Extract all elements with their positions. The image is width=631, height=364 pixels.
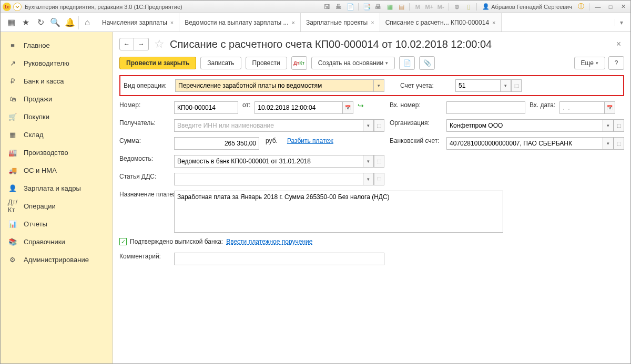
bank-account-dropdown-button[interactable]: ▾ [603,137,614,150]
maximize-button[interactable]: □ [605,3,616,11]
sidebar-item-label: ОС и НМА [24,167,57,174]
split-payment-link[interactable]: Разбить платеж [287,137,333,144]
post-button[interactable]: Провести [246,57,287,69]
sidebar-item-11[interactable]: 📚Справочники [1,233,113,251]
history-icon[interactable]: ↻ [33,15,48,30]
schedule-icon[interactable]: ▤ [396,2,406,12]
bank-account-label: Банковский счет: [390,137,442,144]
statement-dropdown-button[interactable]: ▾ [363,155,374,168]
dds-dropdown-button[interactable]: ▾ [363,173,374,185]
create-basis-button[interactable]: Создать на основании▾ [311,57,395,69]
operation-type-input[interactable] [175,79,374,92]
statement-open-button[interactable]: ⬚ [374,155,384,168]
compare-icon[interactable]: 📑 [362,2,371,12]
sidebar-item-7[interactable]: 🚚ОС и НМА [1,161,113,179]
confirmed-label: Подтверждено выпиской банка: [130,238,223,245]
m-button[interactable]: M [413,2,422,12]
home-icon[interactable]: ⌂ [80,15,95,30]
purpose-textarea[interactable] [174,191,503,233]
nav-back-button[interactable]: ← [119,38,134,50]
sidebar-item-label: Производство [24,149,68,157]
calendar-icon[interactable]: ▦ [385,2,394,12]
doc-icon[interactable]: 📄 [345,2,355,12]
user-label[interactable]: 👤Абрамов Геннадий Сергеевич [480,3,574,10]
incoming-number-input[interactable] [446,101,525,114]
organization-open-button[interactable]: ⬚ [614,119,624,132]
incoming-date-picker-button[interactable]: 📅 [605,101,615,114]
tab-label: Ведомости на выплату зарплаты ... [185,19,288,26]
close-button[interactable]: ✕ [618,3,628,11]
tab-3[interactable]: Списание с расчетн... КП00-000014× [380,13,502,32]
recipient-input[interactable] [174,119,363,132]
incoming-date-label: Вх. дата: [530,101,555,109]
number-input[interactable] [174,101,238,114]
zoom-icon[interactable]: ⊕ [452,2,462,12]
organization-input[interactable] [446,119,603,132]
bank-account-open-button[interactable]: ⬚ [614,137,624,150]
write-button[interactable]: Записать [200,57,241,69]
help-button[interactable]: ? [608,56,624,70]
sidebar: ≡Главное↗Руководителю₽Банк и касса🛍Прода… [1,32,113,363]
date-picker-button[interactable]: 📅 [343,101,353,114]
tabs-overflow-button[interactable]: ▾ [615,19,627,26]
sidebar-item-12[interactable]: ⚙Администрирование [1,251,113,268]
sidebar-item-10[interactable]: 📊Отчеты [1,215,113,233]
sidebar-item-0[interactable]: ≡Главное [1,36,113,54]
enter-payment-order-link[interactable]: Ввести платежное поручение [226,238,312,245]
sum-input[interactable] [174,137,259,150]
sidebar-item-4[interactable]: 🛒Покупки [1,108,113,126]
sidebar-item-8[interactable]: 👤Зарплата и кадры [1,179,113,197]
tab-close-icon[interactable]: × [492,19,495,26]
report-icon-button[interactable]: 📄 [399,56,415,70]
operation-type-dropdown-button[interactable]: ▾ [374,79,384,92]
apps-icon[interactable]: ▦ [4,15,18,30]
organization-dropdown-button[interactable]: ▾ [603,119,614,132]
tab-close-icon[interactable]: × [291,19,294,26]
tab-0[interactable]: Начисления зарплаты× [97,13,179,32]
sidebar-item-5[interactable]: ▦Склад [1,126,113,143]
incoming-date-input[interactable] [559,101,605,114]
recipient-dropdown-button[interactable]: ▾ [363,119,374,132]
date-input[interactable] [255,101,343,114]
confirmed-checkbox[interactable]: ✓ [119,238,127,245]
nav-forward-button[interactable]: → [134,38,149,50]
main-menu-button[interactable] [13,3,22,11]
comment-input[interactable] [174,253,384,265]
sidebar-item-2[interactable]: ₽Банк и касса [1,72,113,90]
notifications-icon[interactable]: 🔔 [63,15,77,30]
sidebar-icon: 🛍 [8,94,17,103]
panel-icon[interactable]: ▯ [464,2,473,12]
tab-1[interactable]: Ведомости на выплату зарплаты ...× [179,13,301,32]
favorites-icon[interactable]: ★ [18,15,33,30]
account-dropdown-button[interactable]: ▾ [501,79,511,92]
sidebar-item-1[interactable]: ↗Руководителю [1,54,113,72]
bank-account-input[interactable] [446,137,603,150]
more-button[interactable]: Еще▾ [574,57,605,69]
titlebar-icon[interactable]: 🖫 [322,2,332,12]
recipient-open-button[interactable]: ⬚ [374,119,384,132]
favorite-star-icon[interactable]: ☆ [154,37,165,51]
mplus-button[interactable]: M+ [424,2,434,12]
tab-close-icon[interactable]: × [170,19,174,26]
tab-2[interactable]: Зарплатные проекты× [301,13,380,32]
sidebar-icon: 🛒 [8,112,17,121]
movements-icon-button[interactable]: ДтКт [291,56,307,70]
tab-close-icon[interactable]: × [371,19,374,26]
sidebar-item-6[interactable]: 🏭Производство [1,143,113,161]
dds-open-button[interactable]: ⬚ [374,173,384,185]
post-and-close-button[interactable]: Провести и закрыть [119,57,196,69]
dds-input[interactable] [174,173,363,185]
attach-icon-button[interactable]: 📎 [419,56,435,70]
mminus-button[interactable]: M- [436,2,445,12]
statement-input[interactable] [174,155,363,168]
print2-icon[interactable]: 🖶 [373,2,383,12]
sidebar-item-9[interactable]: Дт/КтОперации [1,197,113,215]
info-icon[interactable]: ⓘ [576,2,586,12]
search-icon[interactable]: 🔍 [48,15,63,30]
account-open-button[interactable]: ⬚ [511,79,522,92]
close-document-button[interactable]: × [613,39,624,49]
account-input[interactable] [455,79,501,92]
sidebar-item-3[interactable]: 🛍Продажи [1,90,113,108]
print-icon[interactable]: 🖶 [334,2,343,12]
minimize-button[interactable]: — [593,3,603,11]
